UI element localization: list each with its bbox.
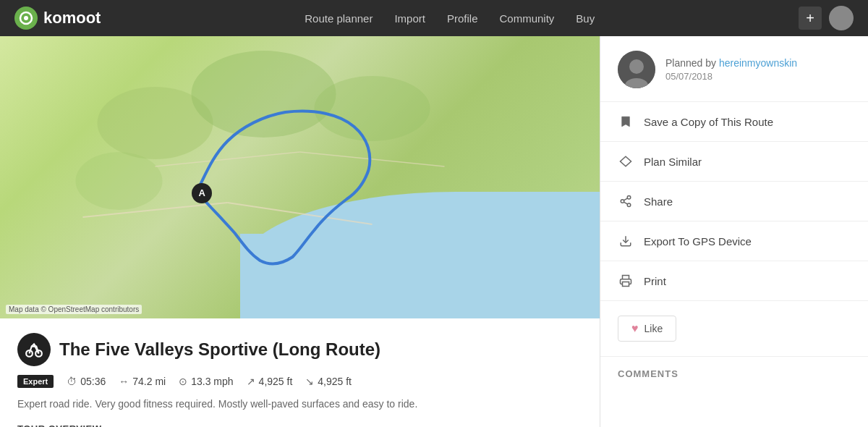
nav-route-planner[interactable]: Route planner (305, 12, 373, 25)
main-nav: Route planner Import Profile Community B… (305, 12, 595, 25)
action-export-gps-label: Export To GPS Device (644, 235, 752, 248)
route-title-row: The Five Valleys Sportive (Long Route) (17, 333, 582, 366)
clock-icon: ⏱ (67, 376, 77, 387)
action-print[interactable]: Print (600, 261, 868, 301)
add-button[interactable]: + (799, 7, 822, 30)
speed-icon: ⊙ (179, 376, 187, 387)
planner-avatar (618, 51, 655, 88)
sidebar-actions: Save a Copy of This Route Plan Similar (600, 102, 868, 301)
planner-info: Planned by hereinmyownskin 05/07/2018 (665, 57, 797, 82)
planner-link[interactable]: hereinmyownskin (719, 57, 797, 69)
action-share-label: Share (644, 195, 673, 208)
logo-icon (14, 7, 38, 30)
heart-icon: ♥ (631, 322, 639, 335)
bookmark-icon (618, 114, 634, 130)
like-label: Like (644, 323, 663, 334)
svg-line-19 (624, 202, 627, 204)
download-icon (618, 233, 634, 249)
stat-speed: ⊙ 13.3 mph (179, 376, 233, 387)
planned-by-text: Planned by hereinmyownskin (665, 57, 797, 69)
action-print-label: Print (644, 275, 666, 287)
bike-icon-circle (17, 333, 51, 366)
stat-time: ⏱ 05:36 (67, 376, 106, 387)
ascent-icon: ↗ (247, 376, 255, 387)
svg-line-7 (228, 203, 373, 224)
tour-overview-label: TOUR OVERVIEW (17, 423, 582, 427)
route-svg (0, 36, 600, 318)
plan-date: 05/07/2018 (665, 71, 797, 82)
comments-section: COMMENTS (600, 357, 868, 391)
main-container: A Map data © OpenStreetMap contributors (0, 36, 868, 427)
action-plan-similar-label: Plan Similar (644, 156, 702, 168)
svg-point-5 (76, 152, 163, 210)
stats-row: Expert ⏱ 05:36 ↔ 74.2 mi ⊙ 13.3 mph ↗ 4,… (17, 375, 582, 388)
svg-line-9 (300, 152, 445, 166)
difficulty-badge: Expert (17, 375, 54, 388)
descent-icon: ↘ (305, 376, 314, 387)
print-icon (618, 273, 634, 289)
nav-buy[interactable]: Buy (576, 12, 595, 25)
route-info: The Five Valleys Sportive (Long Route) E… (0, 318, 600, 427)
comments-label: COMMENTS (618, 368, 851, 379)
svg-point-4 (315, 76, 430, 141)
svg-point-17 (621, 200, 624, 203)
svg-point-18 (627, 203, 631, 207)
left-panel: A Map data © OpenStreetMap contributors (0, 36, 600, 427)
user-avatar[interactable] (829, 6, 854, 30)
map-placeholder: A Map data © OpenStreetMap contributors (0, 36, 600, 318)
svg-point-3 (192, 51, 336, 138)
stat-ascent: ↗ 4,925 ft (247, 376, 293, 387)
like-button[interactable]: ♥ Like (618, 316, 676, 342)
main-header: komoot Route planner Import Profile Comm… (0, 0, 868, 36)
svg-point-1 (24, 16, 28, 20)
planned-by-section: Planned by hereinmyownskin 05/07/2018 (600, 36, 868, 102)
stat-descent: ↘ 4,925 ft (305, 376, 352, 387)
svg-line-20 (624, 198, 627, 200)
logo-text: komoot (43, 9, 101, 28)
share-icon (618, 193, 634, 209)
map-copyright: Map data © OpenStreetMap contributors (6, 305, 142, 314)
stat-distance: ↔ 74.2 mi (119, 376, 166, 387)
route-title: The Five Valleys Sportive (Long Route) (59, 339, 380, 360)
like-section: ♥ Like (600, 301, 868, 357)
svg-rect-22 (623, 282, 629, 287)
svg-point-14 (629, 59, 644, 74)
svg-point-16 (627, 196, 631, 200)
nav-import[interactable]: Import (394, 12, 425, 25)
header-right: + (799, 6, 854, 30)
action-export-gps[interactable]: Export To GPS Device (600, 221, 868, 261)
action-plan-similar[interactable]: Plan Similar (600, 142, 868, 182)
action-save-copy[interactable]: Save a Copy of This Route (600, 102, 868, 142)
diamond-icon (618, 153, 634, 169)
right-sidebar: Planned by hereinmyownskin 05/07/2018 Sa… (600, 36, 868, 427)
route-description: Expert road ride. Very good fitness requ… (17, 397, 582, 412)
map-area[interactable]: A Map data © OpenStreetMap contributors (0, 36, 600, 318)
distance-icon: ↔ (119, 376, 129, 387)
nav-community[interactable]: Community (500, 12, 555, 25)
action-save-copy-label: Save a Copy of This Route (644, 116, 773, 128)
route-start-marker: A (192, 183, 212, 203)
logo[interactable]: komoot (14, 7, 101, 30)
nav-profile[interactable]: Profile (447, 12, 478, 25)
action-share[interactable]: Share (600, 182, 868, 221)
